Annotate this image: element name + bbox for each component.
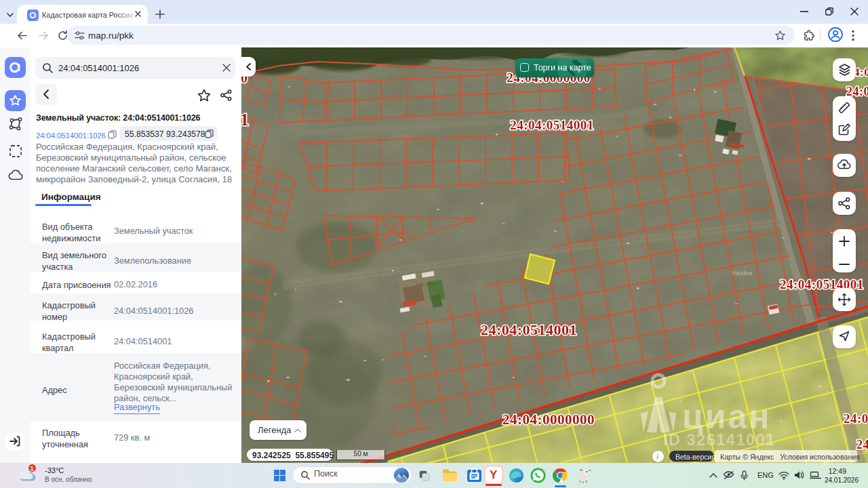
svg-text:24:0: 24:0	[856, 438, 868, 451]
svg-text:циан: циан	[682, 398, 771, 436]
svg-text:24:04:0000000: 24:04:0000000	[502, 411, 595, 428]
svg-text:Yandex: Yandex	[731, 269, 753, 277]
svg-text:24:04:0: 24:04:0	[844, 411, 868, 426]
svg-text:ID 326141001: ID 326141001	[663, 431, 776, 449]
svg-text:4:04:05: 4:04:05	[854, 66, 868, 79]
svg-text:24:04:0514001: 24:04:0514001	[481, 321, 577, 338]
svg-text:1: 1	[241, 110, 250, 129]
svg-text:24:04:0514001: 24:04:0514001	[510, 118, 594, 132]
svg-text:Yandex: Yandex	[415, 280, 437, 287]
